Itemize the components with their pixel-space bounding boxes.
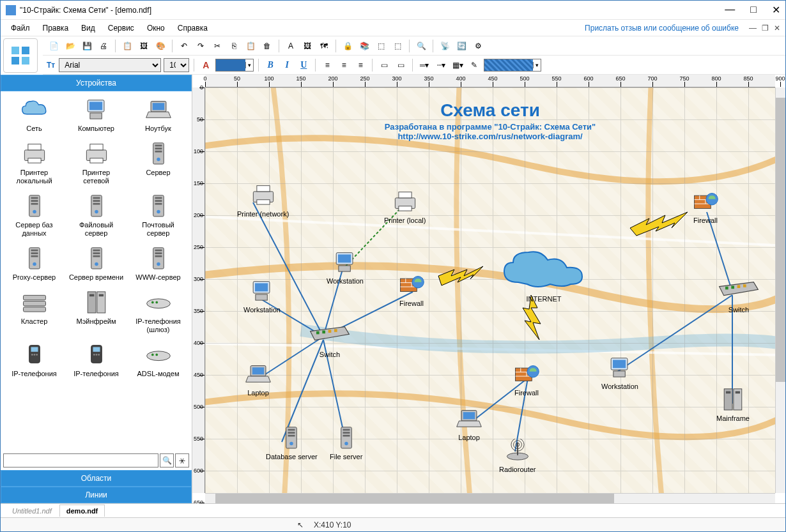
diagram-node-internet[interactable]: INTERNET <box>499 247 589 303</box>
ungroup-button[interactable]: ⬚ <box>390 39 405 53</box>
palette-device[interactable]: Сеть <box>7 96 62 133</box>
palette-device[interactable]: Кластер <box>7 289 62 334</box>
diagram-node-workstation1[interactable]: Workstation <box>327 250 364 285</box>
document-tab[interactable]: Untitled1.ndf <box>6 505 58 517</box>
palette-device[interactable]: Мэйнфрейм <box>69 289 124 334</box>
delete-button[interactable]: 🗑 <box>260 39 274 53</box>
zoom-button[interactable]: 🔍 <box>414 39 428 53</box>
palette-device[interactable]: Файловый сервер <box>69 193 124 238</box>
palette-device[interactable]: Принтер локальный <box>7 141 62 185</box>
align-right-button[interactable]: ≡ <box>353 58 367 72</box>
scrollbar-vertical[interactable] <box>775 87 785 493</box>
palette-device[interactable]: Компьютер <box>69 96 124 133</box>
search-button[interactable]: 🔍 <box>160 453 174 467</box>
cut-button[interactable]: ✂ <box>210 39 224 53</box>
diagram-node-fileserver[interactable]: File server <box>330 426 362 460</box>
copy-button[interactable]: ⎘ <box>227 39 241 53</box>
palette-device[interactable]: WWW-сервер <box>131 245 186 282</box>
print-button[interactable]: 🖨 <box>96 39 111 53</box>
underline-button[interactable]: U <box>297 58 311 72</box>
font-size-select[interactable]: 10 <box>164 58 189 72</box>
diagram-node-printer-network[interactable]: Printer (network) <box>237 183 289 218</box>
diagram-node-printer-local[interactable]: Printer (local) <box>384 190 426 224</box>
menu-file[interactable]: Файл <box>6 21 35 35</box>
palette-device[interactable]: Proxy-сервер <box>7 245 62 282</box>
mdi-restore-icon[interactable]: ❐ <box>762 24 769 33</box>
close-button[interactable]: ✕ <box>772 4 780 16</box>
valign-middle-button[interactable]: ▭ <box>394 58 408 72</box>
text-button[interactable]: A <box>284 39 298 53</box>
diagram-node-workstation2[interactable]: Workstation <box>243 279 281 314</box>
palette-device[interactable]: Сервер баз данных <box>7 193 62 238</box>
menu-edit[interactable]: Правка <box>38 21 74 35</box>
palette-device[interactable]: IP-телефония <box>69 342 124 378</box>
refresh-button[interactable]: 🔄 <box>454 39 468 53</box>
minimize-button[interactable]: — <box>725 4 735 16</box>
palette-device[interactable]: Сервер времени <box>69 245 124 282</box>
diagram-node-firewall3[interactable]: Firewall <box>691 190 720 224</box>
valign-top-button[interactable]: ▭ <box>377 58 391 72</box>
undo-button[interactable]: ↶ <box>177 39 191 53</box>
diagram-node-switch2[interactable]: Switch <box>716 279 761 314</box>
diagram-node-switch1[interactable]: Switch <box>307 324 352 358</box>
align-left-button[interactable]: ≡ <box>320 58 334 72</box>
layers-button[interactable]: 📚 <box>357 39 371 53</box>
diagram-node-workstation3[interactable]: Workstation <box>601 356 638 390</box>
export-button[interactable]: 📋 <box>120 39 134 53</box>
menu-service[interactable]: Сервис <box>103 21 139 35</box>
font-color-button[interactable]: A <box>199 58 213 72</box>
palette-device[interactable]: ADSL-модем <box>131 342 186 378</box>
line-style-button[interactable]: ┄▾ <box>434 58 448 72</box>
palette-device[interactable]: Почтовый сервер <box>131 193 186 238</box>
app-logo[interactable] <box>3 38 38 73</box>
palette-device[interactable]: Ноутбук <box>131 96 186 133</box>
diagram-node-firewall2[interactable]: Firewall <box>512 362 541 397</box>
diagram-node-dbserver[interactable]: Database server <box>266 426 318 460</box>
menu-help[interactable]: Справка <box>173 21 213 35</box>
align-center-button[interactable]: ≡ <box>337 58 351 72</box>
group-button[interactable]: ⬚ <box>374 39 388 53</box>
panel-lines-header[interactable]: Линии <box>1 487 192 503</box>
diagram-node-laptop2[interactable]: Laptop <box>454 407 484 441</box>
insert-image-button[interactable]: 🖼 <box>300 39 314 53</box>
mdi-minimize-icon[interactable]: — <box>749 24 757 33</box>
paste-button[interactable]: 📋 <box>243 39 258 53</box>
scrollbar-horizontal[interactable] <box>205 493 775 503</box>
line-color-select[interactable]: ▾ <box>484 59 541 72</box>
maximize-button[interactable]: □ <box>750 4 757 16</box>
diagram-node-mainframe[interactable]: Mainframe <box>716 388 750 422</box>
mdi-close-icon[interactable]: ✕ <box>774 24 780 33</box>
document-tab[interactable]: demo.ndf <box>59 505 105 517</box>
bold-button[interactable]: B <box>263 58 277 72</box>
diagram-node-laptop1[interactable]: Laptop <box>243 362 273 397</box>
map-button[interactable]: 🗺 <box>317 39 331 53</box>
search-input[interactable] <box>3 453 158 467</box>
palette-device[interactable]: IP-телефония (шлюз) <box>131 289 186 334</box>
filter-button[interactable]: ⚹ <box>175 453 189 467</box>
settings-button[interactable]: ⚙ <box>471 39 485 53</box>
save-button[interactable]: 💾 <box>80 39 94 53</box>
canvas[interactable]: Схема сети Разработана в программе "10-С… <box>205 87 775 493</box>
palette-device[interactable]: IP-телефония <box>7 342 62 378</box>
scan-button[interactable]: 📡 <box>438 39 452 53</box>
paste-image-button[interactable]: 🎨 <box>153 39 167 53</box>
feedback-link[interactable]: Прислать отзыв или сообщение об ошибке <box>585 24 739 33</box>
redo-button[interactable]: ↷ <box>194 39 208 53</box>
fill-color-select[interactable]: ▾ <box>215 59 254 72</box>
panel-regions-header[interactable]: Области <box>1 470 192 487</box>
pattern-button[interactable]: ▦▾ <box>451 58 465 72</box>
diagram-node-radiorouter[interactable]: Radiorouter <box>499 439 536 473</box>
image-button[interactable]: 🖼 <box>137 39 151 53</box>
font-select[interactable]: Arial <box>59 58 161 72</box>
palette-device[interactable]: Сервер <box>131 141 186 185</box>
open-button[interactable]: 📂 <box>63 39 77 53</box>
line-width-button[interactable]: ═▾ <box>417 58 431 72</box>
pen-color-button[interactable]: ✎ <box>467 58 481 72</box>
panel-devices-header[interactable]: Устройства <box>1 75 192 91</box>
menu-window[interactable]: Окно <box>142 21 170 35</box>
diagram-node-firewall1[interactable]: Firewall <box>397 273 426 307</box>
new-button[interactable]: 📄 <box>47 39 61 53</box>
menu-view[interactable]: Вид <box>76 21 100 35</box>
palette-device[interactable]: Принтер сетевой <box>69 141 124 185</box>
italic-button[interactable]: I <box>280 58 294 72</box>
